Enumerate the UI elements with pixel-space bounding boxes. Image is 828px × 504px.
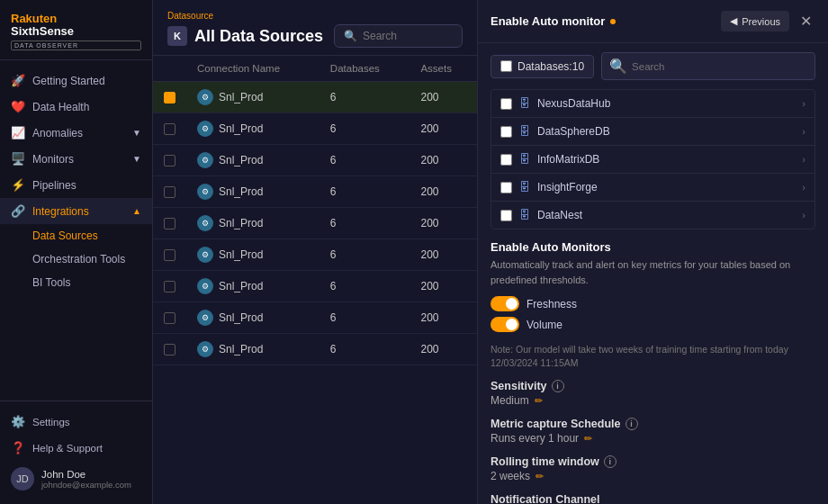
panel-search-input[interactable] [632, 61, 807, 72]
table-row[interactable]: ⚙ Snl_Prod 6 200 [153, 271, 477, 302]
connection-name: Snl_Prod [219, 311, 263, 324]
previous-button[interactable]: ◀ Previous [721, 11, 789, 32]
db-filter-checkbox[interactable] [500, 60, 512, 72]
db-checkbox[interactable] [500, 98, 512, 110]
datasource-label: Datasource [167, 11, 463, 21]
connection-icon: ⚙ [197, 89, 213, 105]
row-checkbox[interactable] [164, 155, 176, 166]
settings-icon: ⚙️ [11, 415, 25, 428]
db-checkbox[interactable] [500, 210, 512, 221]
user-name: John Doe [41, 469, 131, 480]
sidebar-item-settings[interactable]: ⚙️ Settings [0, 409, 152, 435]
row-checkbox[interactable] [164, 281, 176, 292]
assets-cell: 200 [410, 82, 477, 113]
sidebar-item-label: Data Health [32, 101, 89, 113]
sidebar-item-data-sources[interactable]: Data Sources [0, 224, 152, 248]
database-icon: 🗄 [519, 125, 530, 138]
info-icon[interactable]: i [626, 418, 638, 430]
edit-icon[interactable]: ✏ [535, 395, 543, 407]
sidebar-item-monitors[interactable]: 🖥️ Monitors ▼ [0, 146, 152, 172]
sidebar-item-pipelines[interactable]: ⚡ Pipelines [0, 172, 152, 198]
db-filter-label[interactable]: Databases:10 [490, 55, 594, 78]
db-item[interactable]: 🗄 InfoMatrixDB › [491, 146, 814, 174]
db-filter-row: Databases:10 🔍 [490, 52, 815, 80]
db-item[interactable]: 🗄 DataNest › [491, 202, 814, 229]
row-checkbox[interactable] [164, 344, 176, 356]
info-icon[interactable]: i [604, 455, 616, 468]
row-checkbox[interactable] [164, 249, 176, 261]
db-list: 🗄 NexusDataHub › 🗄 DataSphereDB › 🗄 Info… [490, 89, 815, 230]
db-checkbox[interactable] [500, 182, 512, 194]
connection-name-cell: ⚙ Snl_Prod [197, 215, 309, 231]
col-connection-name: Connection Name [186, 56, 320, 82]
sidebar-item-integrations[interactable]: 🔗 Integrations ▲ [0, 198, 152, 224]
row-checkbox[interactable] [164, 92, 176, 104]
sidebar-item-bi-tools[interactable]: BI Tools [0, 271, 152, 294]
sidebar-item-label: Pipelines [32, 179, 76, 192]
db-checkbox[interactable] [500, 154, 512, 166]
db-item[interactable]: 🗄 InsightForge › [491, 174, 814, 202]
search-icon: 🔍 [344, 30, 357, 42]
row-checkbox[interactable] [164, 123, 176, 135]
close-button[interactable]: ✕ [796, 11, 815, 32]
sidebar-bottom: ⚙️ Settings ❓ Help & Support JD John Doe… [0, 400, 152, 504]
assets-cell: 200 [410, 176, 477, 208]
db-item[interactable]: 🗄 NexusDataHub › [491, 90, 814, 118]
freshness-toggle[interactable] [490, 296, 519, 311]
note-text: Note: Our model will take two weeks of t… [490, 343, 815, 369]
auto-monitors-title: Enable Auto Monitors [490, 240, 815, 254]
panel-title-text: Enable Auto monitor [490, 14, 605, 28]
sidebar-item-data-health[interactable]: ❤️ Data Health [0, 94, 152, 120]
edit-icon[interactable]: ✏ [584, 433, 592, 445]
search-box[interactable]: 🔍 [334, 24, 463, 48]
sensitivity-label: Sensitivity [490, 380, 547, 392]
db-checkbox[interactable] [500, 126, 512, 138]
table-row[interactable]: ⚙ Snl_Prod 6 200 [153, 176, 477, 208]
arrow-left-icon: ◀ [730, 15, 737, 27]
row-checkbox[interactable] [164, 312, 176, 324]
connection-name: Snl_Prod [219, 154, 263, 166]
sidebar-item-getting-started[interactable]: 🚀 Getting Started [0, 68, 152, 94]
table-row[interactable]: ⚙ Snl_Prod 6 200 [153, 145, 477, 176]
logo-sixth: SixthSense [11, 25, 141, 38]
title-icon: K [167, 26, 187, 46]
user-profile[interactable]: JD John Doe johndoe@example.com [0, 461, 152, 497]
databases-cell: 6 [320, 145, 410, 176]
table-row[interactable]: ⚙ Snl_Prod 6 200 [153, 113, 477, 145]
col-databases: Databases [320, 56, 410, 82]
row-checkbox[interactable] [164, 186, 176, 198]
data-sources-table-container: Connection Name Databases Assets ⚙ Snl_P… [153, 56, 477, 504]
info-icon[interactable]: i [552, 380, 564, 392]
connection-name: Snl_Prod [219, 217, 263, 230]
databases-cell: 6 [320, 208, 410, 239]
sidebar-sub-label: Orchestration Tools [32, 253, 125, 266]
panel-search[interactable]: 🔍 [601, 52, 815, 80]
sidebar-item-orchestration-tools[interactable]: Orchestration Tools [0, 248, 152, 271]
chart-icon: 📈 [11, 126, 25, 140]
assets-cell: 200 [410, 334, 477, 365]
row-checkbox[interactable] [164, 218, 176, 230]
sidebar-sub-label: BI Tools [32, 276, 70, 289]
search-input[interactable] [363, 30, 453, 42]
rolling-window-field: Rolling time window i 2 weeks ✏ [490, 455, 815, 482]
table-row[interactable]: ⚙ Snl_Prod 6 200 [153, 334, 477, 365]
table-row[interactable]: ⚙ Snl_Prod 6 200 [153, 302, 477, 334]
sidebar-item-label: Settings [32, 417, 70, 428]
help-icon: ❓ [11, 441, 25, 454]
previous-label: Previous [742, 16, 780, 27]
sidebar-item-anomalies[interactable]: 📈 Anomalies ▼ [0, 120, 152, 146]
monitor-icon: 🖥️ [11, 152, 25, 166]
connection-icon: ⚙ [197, 310, 213, 326]
volume-toggle[interactable] [490, 317, 519, 332]
databases-cell: 6 [320, 82, 410, 113]
table-row[interactable]: ⚙ Snl_Prod 6 200 [153, 82, 477, 113]
notification-channel-label: Notification Channel [490, 493, 600, 504]
table-row[interactable]: ⚙ Snl_Prod 6 200 [153, 239, 477, 271]
db-item[interactable]: 🗄 DataSphereDB › [491, 118, 814, 146]
connection-name-cell: ⚙ Snl_Prod [197, 184, 309, 200]
volume-toggle-row: Volume [490, 317, 815, 332]
pipeline-icon: ⚡ [11, 178, 25, 192]
edit-icon[interactable]: ✏ [536, 471, 544, 482]
table-row[interactable]: ⚙ Snl_Prod 6 200 [153, 208, 477, 239]
sidebar-item-help-support[interactable]: ❓ Help & Support [0, 435, 152, 461]
